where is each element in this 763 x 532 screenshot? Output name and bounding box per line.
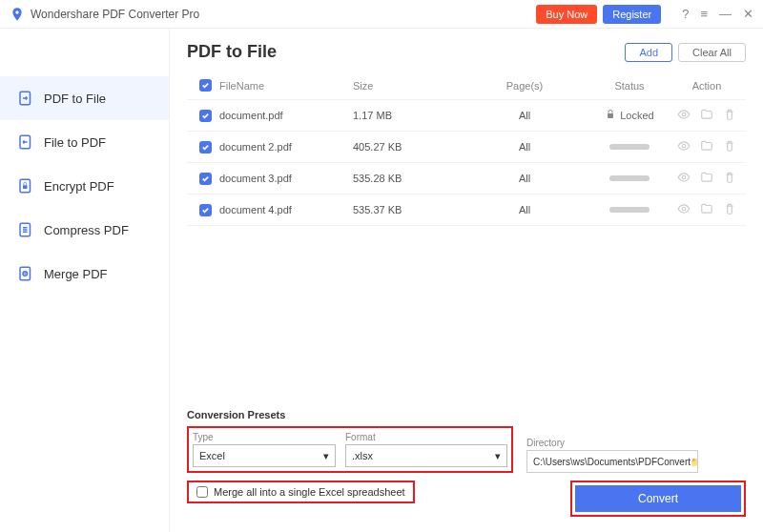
sidebar-item-label: Merge PDF: [44, 267, 107, 281]
svg-rect-4: [23, 185, 28, 189]
table-row: document.pdf1.17 MBAllLocked: [187, 100, 746, 132]
status-text: Locked: [620, 110, 653, 121]
lock-file-icon: [17, 177, 34, 194]
svg-point-11: [682, 175, 686, 179]
sidebar-item-label: Compress PDF: [44, 223, 129, 237]
content: PDF to File Add Clear All FileName Size …: [170, 29, 763, 532]
row-checkbox[interactable]: [199, 204, 212, 216]
compress-file-icon: [17, 221, 34, 238]
convert-button-highlight: Convert: [570, 481, 746, 517]
sidebar-item-label: PDF to File: [44, 92, 106, 106]
cell-size: 535.28 KB: [353, 173, 467, 184]
sidebar-item-file-to-pdf[interactable]: File to PDF: [0, 120, 169, 164]
app-logo-icon: [10, 7, 25, 22]
page-title: PDF to File: [187, 42, 619, 62]
sidebar-item-encrypt-pdf[interactable]: Encrypt PDF: [0, 164, 169, 208]
open-folder-icon[interactable]: [700, 202, 713, 217]
clear-all-button[interactable]: Clear All: [678, 43, 746, 62]
menu-icon[interactable]: ≡: [700, 7, 708, 21]
select-all-checkbox[interactable]: [199, 79, 212, 92]
titlebar: Wondershare PDF Converter Pro Buy Now Re…: [0, 0, 763, 29]
header-action: Action: [677, 80, 742, 92]
chevron-down-icon: ▾: [323, 450, 329, 462]
directory-label: Directory: [526, 438, 698, 448]
table-row: document 3.pdf535.28 KBAll: [187, 163, 746, 194]
svg-point-12: [682, 207, 686, 211]
cell-filename: document 2.pdf: [219, 141, 353, 153]
sidebar-item-label: File to PDF: [44, 135, 106, 150]
svg-point-9: [682, 113, 686, 116]
format-select[interactable]: .xlsx ▾: [345, 444, 507, 467]
close-icon[interactable]: ✕: [743, 7, 753, 21]
cell-filename: document 4.pdf: [219, 204, 353, 215]
delete-icon[interactable]: [723, 202, 736, 217]
sidebar-item-label: Encrypt PDF: [44, 179, 114, 194]
open-folder-icon[interactable]: [700, 139, 713, 154]
cell-pages: All: [467, 173, 582, 184]
format-value: .xlsx: [352, 450, 373, 461]
minimize-icon[interactable]: —: [719, 7, 732, 21]
row-checkbox[interactable]: [199, 173, 212, 185]
presets-section-label: Conversion Presets: [187, 409, 746, 420]
sidebar-item-pdf-to-file[interactable]: PDF to File: [0, 76, 169, 120]
buy-now-button[interactable]: Buy Now: [536, 5, 597, 24]
arrow-right-file-icon: [17, 90, 34, 107]
chevron-down-icon: ▾: [495, 450, 501, 462]
directory-input[interactable]: C:\Users\ws\Documents\PDFConvert 📁: [526, 450, 698, 473]
add-button[interactable]: Add: [625, 43, 672, 62]
sidebar-item-compress-pdf[interactable]: Compress PDF: [0, 208, 169, 252]
app-title: Wondershare PDF Converter Pro: [31, 8, 199, 21]
delete-icon[interactable]: [723, 171, 736, 186]
type-label: Type: [193, 432, 336, 442]
preview-icon[interactable]: [677, 108, 691, 123]
header-filename: FileName: [219, 80, 353, 92]
browse-folder-icon[interactable]: 📁: [691, 457, 698, 467]
cell-filename: document 3.pdf: [219, 173, 353, 184]
svg-point-10: [682, 144, 686, 148]
preview-icon[interactable]: [677, 171, 691, 186]
preview-icon[interactable]: [677, 202, 691, 217]
cell-pages: All: [467, 141, 582, 153]
merge-checkbox-highlight[interactable]: Merge all into a single Excel spreadshee…: [187, 481, 415, 503]
delete-icon[interactable]: [723, 108, 736, 123]
help-icon[interactable]: ?: [682, 7, 689, 21]
cell-size: 1.17 MB: [353, 110, 467, 121]
status-progress: [609, 144, 650, 150]
type-value: Excel: [199, 450, 225, 461]
sidebar-item-merge-pdf[interactable]: Merge PDF: [0, 252, 169, 296]
directory-value: C:\Users\ws\Documents\PDFConvert: [533, 457, 691, 467]
status-progress: [609, 175, 650, 181]
status-progress: [609, 207, 650, 213]
table-row: document 4.pdf535.37 KBAll: [187, 194, 746, 226]
svg-point-0: [15, 10, 18, 13]
header-status: Status: [582, 80, 677, 92]
svg-rect-8: [608, 113, 613, 118]
format-label: Format: [345, 432, 507, 442]
header-pages: Page(s): [467, 80, 582, 92]
arrow-left-file-icon: [17, 133, 34, 151]
table-row: document 2.pdf405.27 KBAll: [187, 132, 746, 163]
cell-size: 405.27 KB: [353, 141, 467, 153]
cell-pages: All: [467, 204, 582, 215]
table-header: FileName Size Page(s) Status Action: [187, 72, 746, 100]
open-folder-icon[interactable]: [700, 108, 713, 123]
open-folder-icon[interactable]: [700, 171, 713, 186]
delete-icon[interactable]: [723, 139, 736, 154]
header-size: Size: [353, 80, 467, 92]
file-table: FileName Size Page(s) Status Action docu…: [187, 72, 746, 226]
row-checkbox[interactable]: [199, 141, 212, 153]
merge-all-label: Merge all into a single Excel spreadshee…: [214, 486, 405, 498]
cell-pages: All: [467, 110, 582, 121]
preview-icon[interactable]: [677, 139, 691, 154]
cell-filename: document.pdf: [219, 110, 353, 121]
convert-button[interactable]: Convert: [575, 485, 741, 512]
lock-icon: [605, 109, 616, 122]
row-checkbox[interactable]: [199, 110, 212, 122]
register-button[interactable]: Register: [603, 5, 661, 24]
merge-all-checkbox[interactable]: [196, 486, 208, 498]
sidebar: PDF to File File to PDF Encrypt PDF Comp…: [0, 29, 170, 532]
merge-file-icon: [17, 265, 34, 282]
type-format-highlight: Type Excel ▾ Format .xlsx ▾: [187, 426, 513, 473]
cell-size: 535.37 KB: [353, 204, 467, 215]
type-select[interactable]: Excel ▾: [193, 444, 336, 467]
